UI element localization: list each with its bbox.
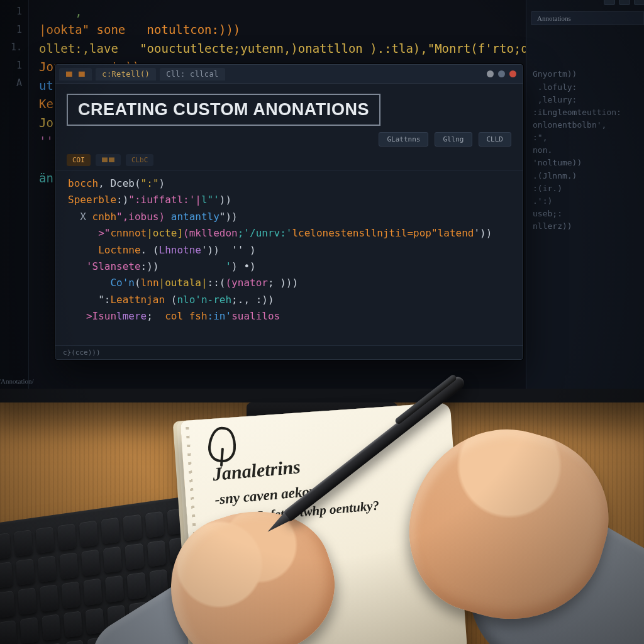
minimize-icon[interactable] [487, 70, 494, 77]
dialog-title: CREATING CUSTOM ANONATIONS [78, 101, 369, 118]
close-icon[interactable] [509, 70, 516, 77]
dialog-statusbar: c}(cce))) [55, 345, 523, 359]
leaf-doodle-icon [207, 426, 237, 463]
dialog-tab-3[interactable]: Cll: cllcal [160, 68, 225, 80]
subtab-2[interactable]: ⯀⯀ [96, 154, 121, 166]
dialog-code-editor[interactable]: bocch, Dceb(":") Speerble:)":iuffatl:'|l… [55, 170, 523, 331]
panel-window-controls [604, 0, 644, 5]
subtab-1[interactable]: COI [67, 154, 91, 166]
toolbar-button-1[interactable]: GLattnns [379, 132, 428, 147]
side-panel-header[interactable]: Annotations [531, 11, 644, 25]
maximize-icon[interactable] [498, 70, 505, 77]
dialog-tab-2[interactable]: c:Retell() [96, 68, 156, 80]
toolbar-button-3[interactable]: CLLD [479, 132, 512, 147]
dialog-subtabs: COI ⯀⯀ CLbC [55, 152, 523, 170]
editor-statusbar: /Annotation/ [0, 377, 34, 385]
monitor: 11 1. 1 A , |ookta" sone notultcon:))) o… [0, 0, 644, 402]
dialog-title-frame: CREATING CUSTOM ANONATIONS [67, 94, 380, 126]
ide-side-panel: Annotations Gnyortm)) .lofuly: ,lelury: … [526, 0, 644, 389]
annotations-dialog: ⯀ ⯀ c:Retell() Cll: cllcal CREATING CUST… [55, 64, 523, 360]
dialog-toolbar: GLattnns Gllng CLLD [55, 132, 523, 152]
dialog-titlebar[interactable]: ⯀ ⯀ c:Retell() Cll: cllcal [55, 65, 523, 84]
dialog-tab-1[interactable]: ⯀ ⯀ [59, 68, 92, 80]
subtab-3[interactable]: CLbC [126, 154, 154, 166]
toolbar-button-2[interactable]: Gllng [435, 132, 472, 147]
